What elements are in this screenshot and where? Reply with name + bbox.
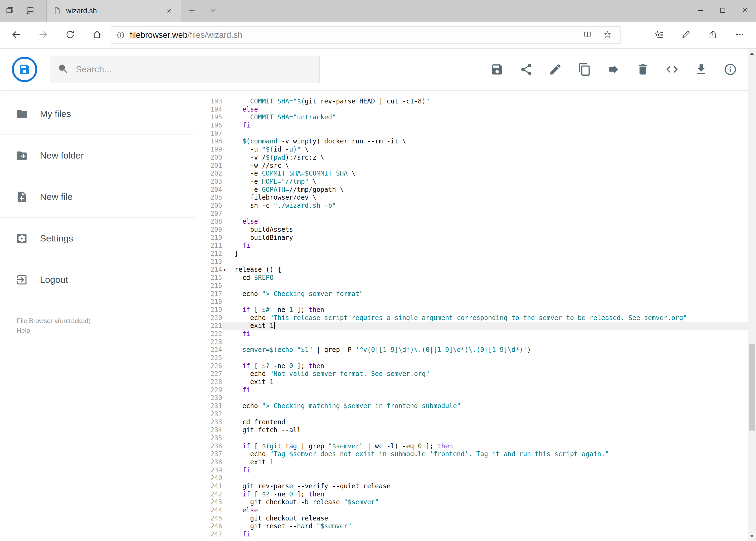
code-line[interactable]: 204 -e GOPATH=//tmp/gopath \ (195, 186, 756, 194)
tab-close-button[interactable] (164, 5, 175, 16)
search-bar[interactable] (50, 56, 320, 83)
code-line[interactable]: 209 buildAssets (195, 226, 756, 234)
maximize-button[interactable] (712, 0, 734, 22)
code-line[interactable]: 226 if [ $? -ne 0 ]; then (195, 362, 756, 370)
code-line[interactable]: 243 git checkout -b release "$semver" (195, 498, 756, 506)
code-line[interactable]: 242 if [ $? -ne 0 ]; then (195, 490, 756, 499)
code-button[interactable] (665, 63, 679, 76)
sidebar-item-new-file[interactable]: New file (0, 176, 195, 218)
code-line[interactable]: 227 echo "Not valid semver format. See s… (195, 370, 756, 378)
code-line[interactable]: 197 (195, 130, 756, 138)
search-input[interactable] (76, 64, 312, 75)
rename-button[interactable] (549, 63, 562, 76)
code-line[interactable]: 200 -v /$(pwd):/src:z \ (195, 154, 756, 162)
code-line[interactable]: 198 $(command -v winpty) docker run --rm… (195, 138, 756, 146)
share-button[interactable] (520, 63, 533, 76)
code-editor[interactable]: 193 COMMIT_SHA="$(git rev-parse HEAD | c… (195, 91, 756, 541)
code-line[interactable]: 201 -w //src \ (195, 162, 756, 170)
browser-share-button[interactable] (699, 22, 726, 49)
browser-tab[interactable]: wizard.sh (46, 0, 181, 22)
code-line[interactable]: 244 else (195, 506, 756, 515)
info-button[interactable] (724, 63, 737, 76)
scrollbar-thumb[interactable] (749, 344, 755, 430)
code-line[interactable]: 240 (195, 474, 756, 482)
code-line[interactable]: 211 fi (195, 242, 756, 250)
minimize-button[interactable] (690, 0, 712, 22)
code-line[interactable]: 208 else (195, 218, 756, 226)
delete-button[interactable] (636, 63, 650, 76)
code-line[interactable]: 235 (195, 434, 756, 442)
sidebar-item-new-folder[interactable]: New folder (0, 135, 195, 176)
code-line[interactable]: 193 COMMIT_SHA="$(git rev-parse HEAD | c… (195, 98, 756, 106)
download-button[interactable] (694, 63, 708, 76)
code-line[interactable]: 214▾release () { (195, 266, 756, 274)
code-line[interactable]: 218 (195, 298, 756, 306)
code-line[interactable]: 246 git reset --hard "$semver" (195, 522, 756, 530)
code-line[interactable]: 207 (195, 210, 756, 218)
code-line[interactable]: 195 COMMIT_SHA="untracked" (195, 114, 756, 122)
code-line[interactable]: 239 fi (195, 466, 756, 475)
code-line[interactable]: 232 (195, 410, 756, 418)
save-button[interactable] (490, 63, 504, 76)
code-line[interactable]: 230 (195, 394, 756, 402)
code-line[interactable]: 225 (195, 354, 756, 362)
set-tabs-aside-button[interactable] (20, 0, 40, 22)
code-line[interactable]: 215 cd $REPO (195, 274, 756, 282)
move-button[interactable] (607, 63, 621, 76)
back-button[interactable] (3, 22, 30, 49)
code-line[interactable]: 194 else (195, 106, 756, 114)
scroll-down-button[interactable] (750, 535, 754, 537)
address-bar[interactable]: filebrowser.web/files/wizard.sh (111, 26, 621, 44)
code-line[interactable]: 241 git rev-parse --verify --quiet relea… (195, 482, 756, 490)
code-line[interactable]: 196 fi (195, 122, 756, 130)
code-line[interactable]: 219 if [ $# -ne 1 ]; then (195, 306, 756, 314)
tab-preview-toggle[interactable] (202, 0, 223, 22)
more-button[interactable] (726, 22, 753, 49)
code-line[interactable]: 223 (195, 338, 756, 346)
code-line[interactable]: 233 cd frontend (195, 418, 756, 426)
code-line[interactable]: 234 git fetch --all (195, 426, 756, 434)
code-line[interactable]: 221 exit 1 (195, 322, 756, 330)
code-line[interactable]: 213 (195, 258, 756, 266)
filebrowser-logo[interactable] (11, 56, 38, 83)
refresh-button[interactable] (57, 22, 84, 49)
sidebar-item-logout[interactable]: Logout (0, 259, 195, 300)
code-line[interactable]: 222 fi (195, 330, 756, 338)
web-note-button[interactable] (672, 22, 699, 49)
home-button[interactable] (84, 22, 111, 49)
code-line[interactable]: 228 exit 1 (195, 378, 756, 386)
favorite-button[interactable] (600, 28, 615, 43)
code-line[interactable]: 202 -e COMMIT_SHA=$COMMIT_SHA \ (195, 170, 756, 178)
code-line[interactable]: 205 filebrowser/dev \ (195, 194, 756, 202)
scroll-up-button[interactable] (750, 52, 754, 55)
code-line[interactable]: 217 echo "> Checking semver format" (195, 290, 756, 298)
fold-marker-icon[interactable]: ▾ (223, 266, 226, 274)
tabs-aside-list-button[interactable] (0, 0, 20, 22)
code-line[interactable]: 203 -e HOME="//tmp" \ (195, 178, 756, 186)
code-line[interactable]: 206 sh -c "./wizard.sh -b" (195, 202, 756, 210)
sidebar-item-my-files[interactable]: My files (0, 93, 195, 135)
close-button[interactable] (734, 0, 756, 22)
code-line[interactable]: 210 buildBinary (195, 234, 756, 242)
code-line[interactable]: 224 semver=$(echo "$1" | grep -P '^v(0|[… (195, 346, 756, 354)
page-info-icon[interactable] (116, 31, 125, 39)
code-line[interactable]: 216 (195, 282, 756, 290)
copy-button[interactable] (578, 63, 591, 76)
code-line[interactable]: 236 if [ $(git tag | grep "$semver" | wc… (195, 442, 756, 450)
code-line[interactable]: 231 echo "> Checking matching $semver in… (195, 402, 756, 410)
scrollbar-track[interactable] (748, 49, 756, 541)
code-line[interactable]: 247 fi (195, 530, 756, 539)
code-line[interactable]: 212} (195, 250, 756, 258)
code-line[interactable]: 229 fi (195, 386, 756, 394)
code-line[interactable]: 220 echo "This release script requires a… (195, 314, 756, 322)
code-line[interactable]: 199 -u "$(id -u)" \ (195, 146, 756, 154)
help-link[interactable]: Help (17, 326, 30, 335)
new-tab-button[interactable] (181, 0, 202, 22)
sidebar-item-settings[interactable]: Settings (0, 218, 195, 259)
code-line[interactable]: 238 exit 1 (195, 458, 756, 466)
code-line[interactable]: 237 echo "Tag $semver does not exist in … (195, 450, 756, 458)
forward-button[interactable] (30, 22, 57, 49)
hub-button[interactable] (645, 22, 672, 49)
code-line[interactable]: 245 git checkout release (195, 515, 756, 523)
reading-view-button[interactable] (580, 28, 595, 43)
